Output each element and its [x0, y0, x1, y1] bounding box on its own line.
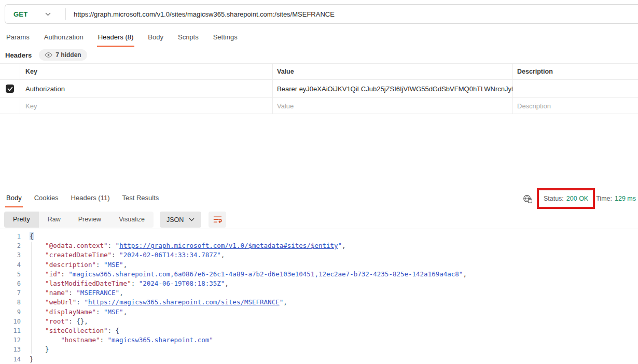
code-token: : [61, 270, 68, 278]
tab-scripts[interactable]: Scripts [177, 32, 200, 47]
response-meta: Status: 200 OK Time: 129 ms [523, 188, 637, 209]
code-token: "MSEFRANCE" [76, 289, 119, 297]
header-key-field[interactable]: Authorization [20, 80, 272, 97]
code-token [30, 251, 45, 259]
empty-checkbox-cell [0, 98, 20, 114]
code-token: "description" [45, 261, 96, 269]
view-pretty-button[interactable]: Pretty [4, 212, 39, 228]
json-link[interactable]: https://magicsw365.sharepoint.com/sites/… [88, 298, 280, 306]
view-raw-button[interactable]: Raw [39, 212, 70, 228]
url-input[interactable]: https://graph.microsoft.com/v1.0/sites/m… [74, 10, 335, 18]
code-token: "magicsw365.sharepoint.com" [108, 336, 213, 344]
code-token: , [225, 279, 229, 287]
headers-table: Key Value Description Authorization Bear… [0, 63, 638, 114]
response-time: Time: 129 ms [596, 195, 637, 202]
wrap-lines-button[interactable] [209, 212, 226, 228]
code-token: "createdDateTime" [45, 251, 112, 259]
response-tabs: Body Cookies Headers (11) Test Results [5, 193, 160, 207]
code-token [30, 308, 45, 316]
new-description-input[interactable]: Description [512, 98, 638, 114]
line-number: 3 [0, 250, 21, 260]
code-line: 11 "siteCollection": { [0, 326, 638, 335]
tab-response-cookies[interactable]: Cookies [33, 193, 60, 207]
code-token: "2024-06-19T08:18:35Z" [139, 279, 225, 287]
code-token: : [131, 279, 139, 287]
tab-params[interactable]: Params [5, 32, 31, 47]
code-line: 9 "displayName": "MSE", [0, 307, 638, 317]
headers-title: Headers [5, 51, 32, 59]
code-token: , [342, 242, 346, 249]
format-label: JSON [167, 216, 184, 223]
line-number: 2 [0, 241, 21, 250]
code-token: : [68, 289, 76, 297]
line-number: 12 [0, 335, 21, 345]
select-all-cell [0, 64, 20, 79]
code-token [30, 279, 45, 287]
method-label: GET [13, 10, 27, 18]
line-number: 13 [0, 345, 21, 354]
request-tabs: Params Authorization Headers (8) Body Sc… [5, 32, 239, 47]
code-token [30, 270, 45, 278]
code-token: "lastModifiedDateTime" [45, 279, 131, 287]
view-visualize-button[interactable]: Visualize [110, 212, 154, 228]
code-token: : { [108, 327, 120, 334]
format-dropdown[interactable]: JSON [160, 212, 201, 228]
tab-response-body[interactable]: Body [5, 193, 23, 207]
line-number: 6 [0, 279, 21, 288]
code-line: 1{ [0, 232, 638, 241]
json-link[interactable]: https://graph.microsoft.com/v1.0/$metada… [119, 242, 338, 249]
code-token: "name" [45, 289, 68, 297]
line-number: 11 [0, 326, 21, 335]
hidden-headers-toggle[interactable]: 7 hidden [39, 49, 87, 61]
code-token: , [463, 270, 467, 278]
time-value: 129 ms [615, 195, 636, 202]
code-token: "displayName" [45, 308, 96, 316]
tab-response-headers[interactable]: Headers (11) [70, 193, 111, 207]
code-token: : [96, 308, 104, 316]
tab-test-results[interactable]: Test Results [121, 193, 160, 207]
header-value-field[interactable]: Bearer eyJ0eXAiOiJKV1QiLCJub25jZSI6IjVfW… [272, 80, 512, 97]
code-token: " [338, 242, 342, 249]
table-row: Authorization Bearer eyJ0eXAiOiJKV1QiLCJ… [0, 80, 638, 98]
network-globe-lock-icon[interactable] [523, 194, 533, 203]
code-token: : [96, 261, 104, 269]
tab-authorization[interactable]: Authorization [43, 32, 85, 47]
line-number: 8 [0, 298, 21, 307]
table-placeholder-row: Key Value Description [0, 98, 638, 114]
code-token: "2024-02-06T14:33:34.787Z" [119, 251, 221, 259]
tab-settings[interactable]: Settings [212, 32, 239, 47]
code-token: "id" [45, 270, 61, 278]
new-key-input[interactable]: Key [20, 98, 272, 114]
code-token: , [221, 251, 225, 259]
code-line: 6 "lastModifiedDateTime": "2024-06-19T08… [0, 279, 638, 288]
code-token: "hostname" [61, 336, 100, 344]
line-number: 7 [0, 288, 21, 298]
code-token [30, 298, 45, 306]
view-mode-switcher: Pretty Raw Preview Visualize [4, 212, 154, 228]
code-line: 8 "webUrl": "https://magicsw365.sharepoi… [0, 298, 638, 307]
code-token: " [116, 242, 120, 249]
method-selector[interactable]: GET [5, 10, 65, 18]
column-key: Key [20, 64, 272, 79]
row-checkbox-checked[interactable] [6, 85, 14, 93]
api-client-window: GET https://graph.microsoft.com/v1.0/sit… [0, 0, 638, 364]
code-token: { [30, 232, 34, 240]
code-line: 4 "description": "MSE", [0, 260, 638, 270]
code-token: : {}, [68, 317, 88, 325]
tab-headers[interactable]: Headers (8) [97, 32, 135, 47]
code-token: : [76, 298, 84, 306]
code-line: 2 "@odata.context": "https://graph.micro… [0, 241, 638, 250]
code-token: "root" [45, 317, 68, 325]
code-token: "webUrl" [45, 298, 76, 306]
code-line: 12 "hostname": "magicsw365.sharepoint.co… [0, 335, 638, 345]
new-value-input[interactable]: Value [272, 98, 512, 114]
hidden-headers-label: 7 hidden [56, 51, 81, 59]
tab-body[interactable]: Body [147, 32, 164, 47]
code-token [30, 336, 61, 344]
code-token [30, 242, 45, 249]
header-description-field[interactable] [512, 80, 638, 97]
code-token: "siteCollection" [45, 327, 107, 334]
status-label: Status: [544, 195, 564, 202]
code-token: "magicsw365.sharepoint.com,6a0867e6-26c1… [68, 270, 463, 278]
view-preview-button[interactable]: Preview [70, 212, 110, 228]
